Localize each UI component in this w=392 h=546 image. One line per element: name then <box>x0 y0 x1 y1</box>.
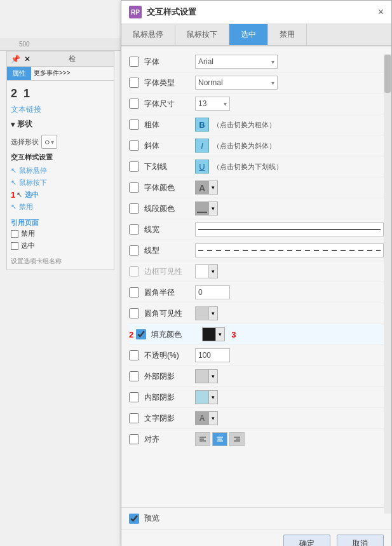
corner-vis-checkbox[interactable] <box>129 308 139 318</box>
corner-vis-arrow[interactable]: ▾ <box>209 306 218 320</box>
inner-shadow-swatch[interactable] <box>195 390 209 404</box>
rp-logo: RP <box>129 6 142 18</box>
fill-color-arrow[interactable]: ▾ <box>216 327 225 341</box>
corner-vis-label: 圆角可见性 <box>144 308 195 319</box>
font-checkbox[interactable] <box>129 57 139 67</box>
shape-section-header: ▾ 形状 <box>11 116 110 132</box>
underline-checkbox[interactable] <box>129 161 139 172</box>
tab-selected[interactable]: 选中 <box>229 24 268 45</box>
ref-selected-checkbox[interactable] <box>11 242 18 250</box>
font-size-checkbox[interactable] <box>129 99 139 109</box>
line-width-preview[interactable] <box>195 222 384 236</box>
ref-disabled-checkbox[interactable] <box>11 230 18 238</box>
fill-color-dropdown: ▾ <box>202 327 225 341</box>
font-size-label: 字体尺寸 <box>144 99 195 109</box>
font-size-value: 13 <box>198 99 206 108</box>
tab-properties[interactable]: 属性 <box>7 67 31 80</box>
font-type-select-arrow: ▾ <box>271 79 274 86</box>
dialog-close-button[interactable]: × <box>378 7 384 17</box>
font-color-checkbox[interactable] <box>129 182 139 193</box>
font-size-control: 13 ▾ <box>195 97 384 111</box>
font-select[interactable]: Arial ▾ <box>195 55 278 69</box>
border-vis-row: 边框可见性 ▾ <box>129 261 384 282</box>
interaction-selected[interactable]: ↖ 选中 <box>17 189 39 201</box>
scrollbar-thumb[interactable] <box>384 55 391 93</box>
underline-button[interactable]: U <box>195 160 209 174</box>
corner-radius-checkbox[interactable] <box>129 287 139 297</box>
corner-radius-label: 圆角半径 <box>144 287 195 298</box>
font-control: Arial ▾ <box>195 55 384 69</box>
border-vis-box[interactable] <box>195 264 209 278</box>
preview-checkbox[interactable] <box>129 514 139 524</box>
opacity-checkbox[interactable] <box>129 350 139 360</box>
outer-shadow-swatch[interactable] <box>195 369 209 383</box>
tab-more-events[interactable]: 更多事件>>> <box>31 67 73 80</box>
font-type-checkbox[interactable] <box>129 78 139 88</box>
text-shadow-arrow[interactable]: ▾ <box>209 411 218 425</box>
italic-hint: （点击切换为斜体） <box>213 141 276 151</box>
align-checkbox[interactable] <box>129 434 139 444</box>
tab-disabled[interactable]: 禁用 <box>268 24 307 45</box>
outer-shadow-label: 外部阴影 <box>144 371 195 382</box>
outer-shadow-checkbox[interactable] <box>129 371 139 381</box>
corner-vis-box[interactable] <box>195 306 209 320</box>
font-color-a-icon: A <box>199 183 205 194</box>
text-shadow-label: 文字阴影 <box>144 413 195 424</box>
text-shadow-row: 文字阴影 A ▾ <box>129 408 384 429</box>
font-select-arrow: ▾ <box>271 58 274 65</box>
line-color-swatch[interactable] <box>195 201 209 215</box>
tab-hover[interactable]: 鼠标悬停 <box>121 24 175 45</box>
line-color-checkbox[interactable] <box>129 203 139 214</box>
bold-checkbox[interactable] <box>129 119 139 130</box>
line-color-control: ▾ <box>195 201 384 215</box>
inner-shadow-checkbox[interactable] <box>129 392 139 402</box>
scrollbar[interactable] <box>384 54 391 514</box>
border-vis-checkbox[interactable] <box>129 266 139 276</box>
line-type-checkbox[interactable] <box>129 245 139 256</box>
underline-row: 下划线 U （点击切换为下划线） <box>129 156 384 177</box>
align-right-button[interactable] <box>229 432 245 446</box>
shape-select-box[interactable]: ○ ▾ <box>41 135 57 149</box>
bold-button[interactable]: B <box>195 118 209 132</box>
fill-color-swatch[interactable] <box>202 327 216 341</box>
line-type-preview[interactable] <box>195 243 384 257</box>
interaction-hover[interactable]: ↖ 鼠标悬停 <box>11 165 110 177</box>
svg-rect-6 <box>234 437 240 438</box>
panel-hint-label: 检 <box>34 54 110 64</box>
dialog-title-group: RP 交互样式设置 <box>129 6 196 18</box>
font-size-select[interactable]: 13 ▾ <box>195 97 230 111</box>
text-shadow-a-icon: A <box>199 414 205 423</box>
preview-label: 预览 <box>144 513 159 524</box>
ok-button[interactable]: 确定 <box>283 535 330 546</box>
line-color-arrow[interactable]: ▾ <box>209 201 218 215</box>
italic-checkbox[interactable] <box>129 140 139 151</box>
italic-button[interactable]: I <box>195 139 209 153</box>
fill-color-checkbox[interactable] <box>136 329 146 339</box>
line-width-checkbox[interactable] <box>129 224 139 235</box>
align-left-button[interactable] <box>195 432 210 446</box>
outer-shadow-arrow[interactable]: ▾ <box>209 369 218 383</box>
text-shadow-swatch[interactable]: A <box>195 411 209 425</box>
interaction-disabled[interactable]: ↖ 禁用 <box>11 201 110 213</box>
align-left-icon <box>199 435 206 443</box>
svg-rect-2 <box>199 440 206 442</box>
text-link-label: 文本链接 <box>11 105 41 114</box>
font-color-label: 字体颜色 <box>144 182 195 193</box>
font-type-select[interactable]: Normal ▾ <box>195 76 278 90</box>
outer-shadow-control: ▾ <box>195 369 384 383</box>
opacity-input[interactable] <box>195 348 230 362</box>
interaction-mousedown[interactable]: ↖ 鼠标按下 <box>11 177 110 189</box>
pin-icon: 📌 <box>11 55 20 64</box>
inner-shadow-arrow[interactable]: ▾ <box>209 390 218 404</box>
align-center-button[interactable] <box>212 432 227 446</box>
corner-radius-input[interactable] <box>195 285 230 299</box>
text-shadow-checkbox[interactable] <box>129 413 139 423</box>
cancel-button[interactable]: 取消 <box>337 535 384 546</box>
font-color-arrow[interactable]: ▾ <box>209 181 218 195</box>
left-panel: 📌 ✕ 检 属性 更多事件>>> 2 1 文本链接 ▾ 形状 选择形状 <box>6 51 114 270</box>
tab-mousedown[interactable]: 鼠标按下 <box>175 24 229 45</box>
interaction-section: 交互样式设置 ↖ 鼠标悬停 ↖ 鼠标按下 1 ↖ 选中 <box>11 153 110 213</box>
close-icon[interactable]: ✕ <box>24 55 30 64</box>
font-color-swatch[interactable]: A <box>195 181 209 195</box>
border-vis-arrow[interactable]: ▾ <box>209 264 218 278</box>
